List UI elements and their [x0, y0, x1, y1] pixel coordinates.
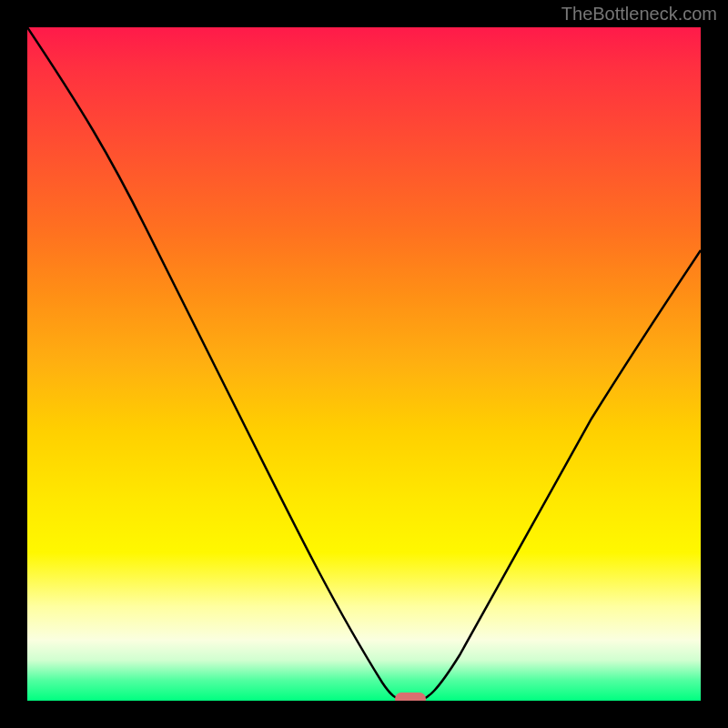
chart-svg	[27, 27, 701, 701]
bottleneck-curve	[27, 27, 701, 701]
optimal-point-marker	[395, 693, 426, 701]
watermark-text: TheBottleneck.com	[561, 4, 717, 25]
chart-container	[27, 27, 701, 701]
